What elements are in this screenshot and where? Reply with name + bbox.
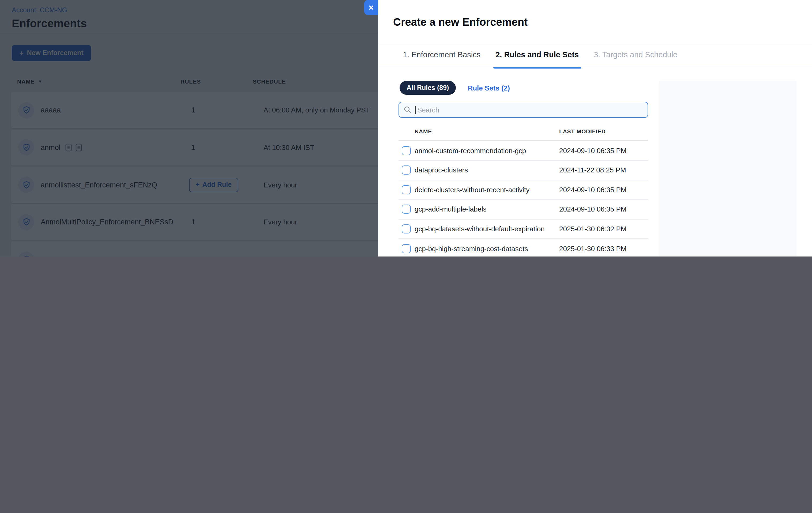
text-caret bbox=[415, 106, 416, 114]
column-header-schedule: SCHEDULE bbox=[253, 78, 286, 85]
rule-last-modified: 2024-09-10 06:35 PM bbox=[559, 185, 627, 193]
document-icon bbox=[76, 144, 82, 152]
rule-row[interactable]: gcp-add-multiple-labels2024-09-10 06:35 … bbox=[399, 200, 648, 219]
enforcement-name[interactable]: anmollisttest_Enforcement_sFENzQ bbox=[41, 181, 157, 189]
all-rules-toggle-button[interactable]: All Rules (89) bbox=[400, 81, 456, 95]
create-enforcement-drawer: ✕ Create a new Enforcement 1. Enforcemen… bbox=[378, 0, 812, 256]
rule-last-modified: 2024-09-10 06:35 PM bbox=[559, 205, 627, 213]
enforcement-row[interactable]: anmol1At 10:30 AM IST bbox=[11, 129, 418, 165]
new-enforcement-button[interactable]: + New Enforcement bbox=[12, 45, 91, 61]
rule-name: gcp-bq-datasets-without-default-expirati… bbox=[414, 225, 545, 233]
rule-name: dataproc-clusters bbox=[414, 166, 468, 174]
search-icon bbox=[404, 106, 411, 114]
rule-row[interactable]: gcp-bq-datasets-without-default-expirati… bbox=[399, 219, 648, 239]
new-enforcement-label: New Enforcement bbox=[27, 49, 83, 57]
enforcement-name[interactable]: AnmolMultiPolicy_Enforcement_BNESsD bbox=[41, 218, 173, 226]
page-title: Enforcements bbox=[12, 17, 87, 30]
document-icon bbox=[65, 144, 72, 152]
rule-checkbox[interactable] bbox=[402, 224, 411, 234]
schedule-text: Every hour bbox=[263, 181, 297, 189]
screen: Account: CCM-NG Enforcements + New Enfor… bbox=[0, 0, 812, 256]
rule-last-modified: 2024-09-10 06:35 PM bbox=[559, 147, 627, 154]
shield-blue-icon bbox=[18, 177, 34, 193]
rule-last-modified: 2025-01-30 06:33 PM bbox=[559, 244, 627, 252]
add-rule-button[interactable]: +Add Rule bbox=[189, 178, 238, 192]
shield-blue-icon bbox=[18, 102, 34, 118]
rule-name: delete-clusters-without-recent-activity bbox=[414, 185, 529, 193]
enforcement-name[interactable]: anmolnew bbox=[41, 255, 74, 256]
rule-row[interactable]: gcp-bq-high-streaming-cost-datasets2025-… bbox=[399, 239, 648, 256]
rule-checkbox[interactable] bbox=[402, 185, 411, 194]
rule-checkbox[interactable] bbox=[402, 165, 411, 175]
selection-summary-panel bbox=[659, 81, 796, 256]
column-header-name[interactable]: NAME▼ bbox=[17, 78, 42, 85]
rule-row[interactable]: delete-clusters-without-recent-activity2… bbox=[399, 180, 648, 200]
rule-row[interactable]: dataproc-clusters2024-11-22 08:25 PM bbox=[399, 160, 648, 180]
rule-checkbox[interactable] bbox=[402, 146, 411, 155]
schedule-text: At 06:00 AM, only on Monday PST bbox=[263, 106, 370, 114]
rule-checkbox[interactable] bbox=[402, 244, 411, 253]
schedule-text: At 10:30 AM IST bbox=[263, 144, 314, 152]
rule-checkbox[interactable] bbox=[402, 205, 411, 214]
enforcement-row[interactable]: anmollisttest_Enforcement_sFENzQ+Add Rul… bbox=[11, 167, 418, 203]
enforcement-row[interactable]: AnmolMultiPolicy_Enforcement_BNESsD1Ever… bbox=[11, 204, 418, 240]
close-drawer-button[interactable]: ✕ bbox=[364, 0, 378, 15]
rule-last-modified: 2025-01-30 06:32 PM bbox=[559, 225, 627, 233]
enforcement-table-header: NAME▼ RULES SCHEDULE bbox=[0, 78, 378, 87]
plus-icon: + bbox=[196, 181, 200, 188]
schedule-text: Every hour bbox=[263, 218, 297, 226]
shield-blue-icon bbox=[18, 140, 34, 156]
rules-count: 1 bbox=[191, 144, 195, 152]
rule-last-modified: 2024-11-22 08:25 PM bbox=[559, 166, 626, 174]
enforcement-row[interactable]: anmolnew1Every hour bbox=[11, 242, 418, 256]
enforcement-name[interactable]: anmol bbox=[41, 144, 60, 152]
rule-sets-toggle-button[interactable]: Rule Sets (2) bbox=[464, 83, 513, 92]
rule-name: gcp-bq-high-streaming-cost-datasets bbox=[414, 244, 528, 252]
enforcement-name[interactable]: aaaaa bbox=[41, 106, 61, 114]
search-input[interactable] bbox=[416, 105, 643, 114]
rules-toggle: All Rules (89) Rule Sets (2) bbox=[400, 81, 513, 95]
drawer-title: Create a new Enforcement bbox=[393, 16, 528, 28]
tabs-divider bbox=[378, 66, 812, 66]
rule-badges bbox=[65, 144, 82, 152]
drawer-title-divider bbox=[378, 43, 812, 43]
breadcrumb-account[interactable]: Account: CCM-NG bbox=[12, 6, 67, 14]
sort-caret-icon: ▼ bbox=[38, 79, 42, 84]
rules-count: 1 bbox=[191, 255, 195, 256]
column-header-rules: RULES bbox=[180, 78, 201, 85]
rules-column-header-modified: LAST MODIFIED bbox=[559, 128, 606, 134]
rule-row[interactable]: anmol-custom-recommendation-gcp2024-09-1… bbox=[399, 141, 648, 161]
rules-count: 1 bbox=[191, 106, 195, 114]
schedule-text: Every hour bbox=[263, 255, 297, 256]
rules-count: 1 bbox=[191, 218, 195, 226]
rules-column-header-name: NAME bbox=[414, 128, 432, 134]
enforcement-row[interactable]: aaaaa1At 06:00 AM, only on Monday PST bbox=[11, 92, 418, 128]
shield-blue-icon bbox=[18, 251, 34, 256]
shield-blue-icon bbox=[18, 214, 34, 230]
rule-name: anmol-custom-recommendation-gcp bbox=[414, 147, 526, 154]
rule-name: gcp-add-multiple-labels bbox=[414, 205, 487, 213]
plus-icon: + bbox=[19, 49, 24, 57]
rules-search[interactable] bbox=[399, 102, 648, 118]
